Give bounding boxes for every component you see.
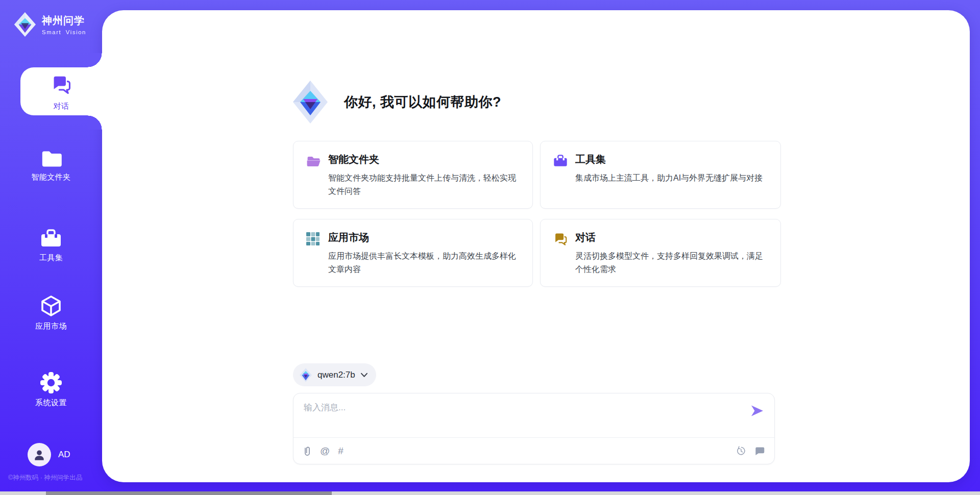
model-selector[interactable]: qwen2:7b <box>293 363 376 386</box>
gear-icon <box>40 372 62 394</box>
active-tab-notch-top <box>88 53 102 67</box>
sidebar-item-settings[interactable]: 系统设置 <box>0 372 102 408</box>
cube-icon <box>40 295 62 317</box>
greeting-text: 你好, 我可以如何帮助你? <box>344 93 501 111</box>
sidebar-item-label: 应用市场 <box>0 321 102 331</box>
feature-cards-grid: 智能文件夹 智能文件夹功能支持批量文件上传与清洗，轻松实现文件问答 工具集 集成… <box>293 141 781 287</box>
folder-open-icon <box>306 153 328 198</box>
sidebar-item-label: 工具集 <box>0 253 102 263</box>
user-profile[interactable]: AD <box>28 443 70 466</box>
message-icon[interactable] <box>754 445 765 457</box>
brand-logo: 神州问学 Smart Vision <box>13 11 86 38</box>
sidebar-item-app-market[interactable]: 应用市场 <box>0 295 102 331</box>
card-chat[interactable]: 对话 灵活切换多模型文件，支持多样回复效果调试，满足个性化需求 <box>540 219 781 287</box>
sidebar-item-toolset[interactable]: 工具集 <box>0 228 102 263</box>
chat-bubbles-icon <box>553 231 575 276</box>
card-title: 智能文件夹 <box>328 153 519 166</box>
chevron-down-icon <box>360 373 368 378</box>
card-description: 灵活切换多模型文件，支持多样回复效果调试，满足个性化需求 <box>575 250 767 276</box>
mention-icon[interactable]: @ <box>320 446 330 456</box>
brand-name: 神州问学 <box>42 14 86 28</box>
sidebar-footer-text: ©神州数码 · 神州问学出品 <box>8 474 82 482</box>
horizontal-scrollbar[interactable] <box>0 491 980 495</box>
card-body: 工具集 集成市场上主流工具，助力AI与外界无缝扩展与对接 <box>575 153 763 198</box>
card-title: 应用市场 <box>328 231 519 244</box>
card-body: 智能文件夹 智能文件夹功能支持批量文件上传与清洗，轻松实现文件问答 <box>328 153 519 198</box>
model-name: qwen2:7b <box>317 370 355 380</box>
sidebar-item-chat[interactable]: 对话 <box>20 67 102 115</box>
card-body: 应用市场 应用市场提供丰富长文本模板，助力高效生成多样化文章内容 <box>328 231 519 276</box>
avatar <box>28 443 51 466</box>
sidebar-item-label: 系统设置 <box>0 398 102 408</box>
message-input[interactable] <box>293 393 774 437</box>
person-icon <box>33 448 46 461</box>
card-description: 智能文件夹功能支持批量文件上传与清洗，轻松实现文件问答 <box>328 171 519 198</box>
sidebar-item-smart-folder[interactable]: 智能文件夹 <box>0 149 102 182</box>
greeting-row: 你好, 我可以如何帮助你? <box>292 80 501 125</box>
card-title: 对话 <box>575 231 767 244</box>
user-name: AD <box>58 450 70 460</box>
paperclip-icon[interactable] <box>303 445 312 457</box>
card-toolset[interactable]: 工具集 集成市场上主流工具，助力AI与外界无缝扩展与对接 <box>540 141 781 209</box>
composer-toolbar: @ # <box>293 438 774 464</box>
sidebar-item-label: 智能文件夹 <box>0 172 102 182</box>
model-logo-icon <box>299 367 312 383</box>
active-tab-notch-bottom <box>88 115 102 130</box>
brand-subtitle: Smart Vision <box>42 29 86 35</box>
card-title: 工具集 <box>575 153 763 166</box>
card-description: 集成市场上主流工具，助力AI与外界无缝扩展与对接 <box>575 171 763 185</box>
hash-icon[interactable]: # <box>338 446 344 456</box>
card-app-market[interactable]: 应用市场 应用市场提供丰富长文本模板，助力高效生成多样化文章内容 <box>293 219 533 287</box>
scrollbar-thumb[interactable] <box>46 491 332 495</box>
send-button[interactable] <box>750 404 764 418</box>
folder-icon <box>40 149 62 168</box>
card-body: 对话 灵活切换多模型文件，支持多样回复效果调试，满足个性化需求 <box>575 231 767 276</box>
toolbox-icon <box>553 153 575 198</box>
history-icon[interactable] <box>736 445 747 457</box>
card-description: 应用市场提供丰富长文本模板，助力高效生成多样化文章内容 <box>328 250 519 276</box>
assistant-logo-icon <box>292 80 329 125</box>
composer-toolbar-right <box>728 445 765 457</box>
send-icon <box>750 404 764 418</box>
card-smart-folder[interactable]: 智能文件夹 智能文件夹功能支持批量文件上传与清洗，轻松实现文件问答 <box>293 141 533 209</box>
toolbox-icon <box>40 228 62 249</box>
grid-icon <box>306 231 328 276</box>
message-composer: @ # <box>293 393 775 464</box>
chat-bubbles-icon <box>50 74 72 95</box>
brand-diamond-icon <box>13 11 37 38</box>
sidebar-item-label: 对话 <box>20 102 102 111</box>
